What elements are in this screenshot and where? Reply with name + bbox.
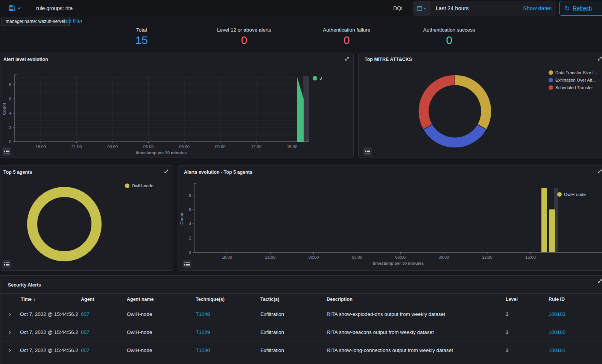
rule-id-link[interactable]: 100101: [549, 347, 566, 353]
cell-agent-name: OwlH-node: [124, 305, 193, 323]
agent-link[interactable]: 007: [81, 329, 90, 335]
calendar-icon: [417, 6, 422, 11]
legend-item[interactable]: Exfiltration Over Alt...: [549, 76, 598, 84]
legend-toggle-icon[interactable]: [363, 147, 372, 156]
svg-text:03:00: 03:00: [352, 255, 362, 259]
rule-id-link[interactable]: 100100: [549, 329, 566, 335]
svg-text:2: 2: [189, 236, 191, 240]
table-header-row: Time↓ Agent Agent name Technique(s) Tact…: [0, 294, 602, 305]
header-agent-name[interactable]: Agent name: [124, 294, 193, 305]
legend-toggle-icon[interactable]: [2, 260, 11, 268]
chevron-right-icon: [8, 312, 12, 316]
refresh-icon: ↻: [565, 5, 570, 12]
technique-link[interactable]: T1048: [196, 311, 210, 317]
metric-auth-failure: Authentication failure 0: [295, 27, 398, 50]
chevron-down-icon: [424, 8, 427, 9]
svg-text:8: 8: [9, 82, 11, 87]
quick-select-button[interactable]: [413, 1, 430, 16]
legend-item[interactable]: OwlH-node: [557, 191, 586, 198]
cell-tactics: Exfiltration: [257, 341, 324, 359]
row-expander[interactable]: [0, 305, 17, 323]
date-picker: Last 24 hours Show dates: [413, 1, 556, 16]
legend-dot: [549, 78, 553, 82]
expand-icon[interactable]: [597, 169, 602, 175]
svg-text:2: 2: [9, 125, 11, 130]
save-query-button[interactable]: [0, 0, 30, 17]
query-language-button[interactable]: DQL: [387, 5, 410, 11]
cell-description: RITA show-exploded-dns output from weekl…: [324, 305, 503, 323]
header-level[interactable]: Level: [503, 294, 546, 305]
legend-item[interactable]: Data Transfer Size L...: [549, 69, 598, 76]
chevron-right-icon: [8, 349, 12, 352]
cell-techniques: T1029: [193, 323, 257, 341]
query-input-container: rule.groups: rita DQL: [0, 0, 410, 17]
header-time[interactable]: Time↓: [17, 294, 78, 305]
add-filter-button[interactable]: + Add filter: [58, 18, 82, 24]
cell-techniques: T1030: [193, 341, 257, 359]
svg-text:00:00: 00:00: [309, 255, 319, 259]
panel-title: Alerts evolution - Top 5 agents: [184, 170, 252, 175]
refresh-button[interactable]: ↻ Refresh: [559, 1, 602, 16]
legend-toggle-icon[interactable]: [2, 147, 11, 156]
cell-agent: 007: [78, 323, 124, 341]
metrics-row: Total 15 Level 12 or above alerts 0 Auth…: [90, 27, 500, 50]
cell-techniques: T1048: [193, 305, 257, 323]
expand-icon[interactable]: [344, 56, 350, 62]
legend-item[interactable]: OwlH-node: [125, 182, 154, 190]
rule-id-link[interactable]: 100103: [549, 311, 566, 317]
chevron-down-icon: [17, 7, 21, 9]
expand-icon[interactable]: [597, 56, 602, 62]
cell-rule-id: 100101: [546, 341, 602, 359]
svg-text:21:00: 21:00: [265, 255, 276, 259]
agent-link[interactable]: 007: [81, 311, 90, 317]
svg-text:0: 0: [189, 250, 191, 255]
svg-text:6: 6: [189, 207, 191, 212]
row-expander[interactable]: [0, 323, 17, 341]
header-description[interactable]: Description: [324, 294, 503, 305]
legend-dot: [557, 192, 562, 197]
technique-link[interactable]: T1030: [196, 347, 210, 353]
svg-text:8: 8: [189, 193, 191, 197]
query-bar: rule.groups: rita DQL Last 24 hours Show…: [0, 0, 602, 17]
cell-rule-id: 100100: [546, 323, 602, 341]
legend-item[interactable]: 3: [313, 74, 322, 82]
svg-text:4: 4: [9, 111, 11, 115]
show-dates-button[interactable]: Show dates: [523, 5, 556, 11]
sort-desc-icon: ↓: [33, 297, 35, 302]
svg-text:0: 0: [9, 140, 11, 144]
svg-text:03:00: 03:00: [143, 144, 154, 149]
panel-title: Alert level evolution: [3, 57, 48, 62]
technique-link[interactable]: T1029: [196, 329, 210, 335]
header-rule-id[interactable]: Rule ID: [546, 294, 602, 305]
agent-link[interactable]: 007: [81, 347, 90, 353]
chevron-right-icon: [8, 331, 12, 334]
svg-text:Count: Count: [2, 103, 6, 115]
svg-text:06:00: 06:00: [395, 255, 406, 259]
svg-text:00:00: 00:00: [107, 144, 118, 149]
expand-icon[interactable]: [597, 279, 602, 285]
alerts-table-body: Oct 7, 2022 @ 15:44:56.257007OwlH-nodeT1…: [0, 305, 602, 359]
cell-agent-name: OwlH-node: [124, 323, 193, 341]
table-row: Oct 7, 2022 @ 15:44:56.240007OwlH-nodeT1…: [0, 341, 602, 359]
chart-legend: OwlH-node: [557, 191, 586, 198]
area-chart: 18:0021:0000:0003:0006:0009:0012:0015:00…: [0, 53, 353, 158]
svg-text:18:00: 18:00: [222, 255, 232, 259]
time-range-value[interactable]: Last 24 hours: [430, 5, 523, 11]
legend-dot: [549, 85, 553, 90]
header-expander: [0, 294, 17, 305]
legend-item[interactable]: Scheduled Transfer: [549, 84, 598, 91]
panel-alert-level-evolution: Alert level evolution 18:0021:0000:0003:…: [0, 53, 354, 158]
legend-toggle-icon[interactable]: [182, 260, 192, 268]
expand-icon[interactable]: [164, 169, 170, 175]
save-icon: [9, 5, 15, 11]
header-tactics[interactable]: Tactic(s): [257, 294, 324, 305]
row-expander[interactable]: [0, 341, 17, 359]
cell-description: RITA show-beacons output from weekly dat…: [324, 323, 503, 341]
header-agent[interactable]: Agent: [78, 294, 124, 305]
search-input[interactable]: rule.groups: rita: [30, 5, 387, 11]
svg-text:12:00: 12:00: [251, 144, 261, 149]
svg-text:12:00: 12:00: [482, 255, 493, 259]
svg-text:6: 6: [9, 97, 11, 101]
header-techniques[interactable]: Technique(s): [193, 294, 257, 305]
panel-title: Security Alerts: [8, 282, 41, 288]
